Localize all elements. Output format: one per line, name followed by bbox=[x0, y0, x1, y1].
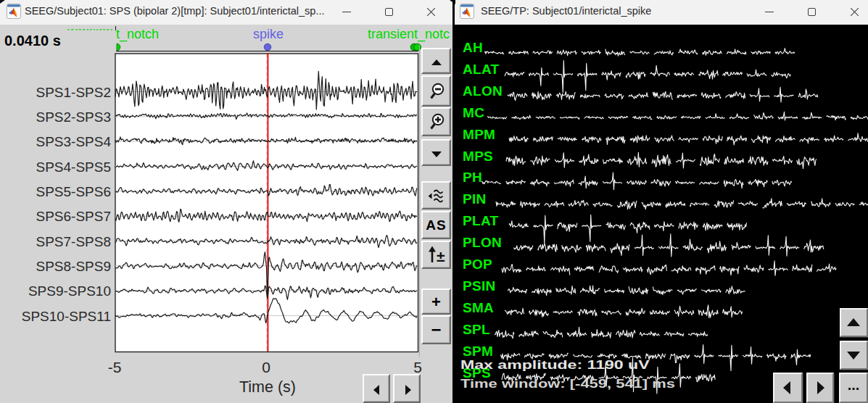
svg-text:±: ± bbox=[437, 248, 445, 265]
